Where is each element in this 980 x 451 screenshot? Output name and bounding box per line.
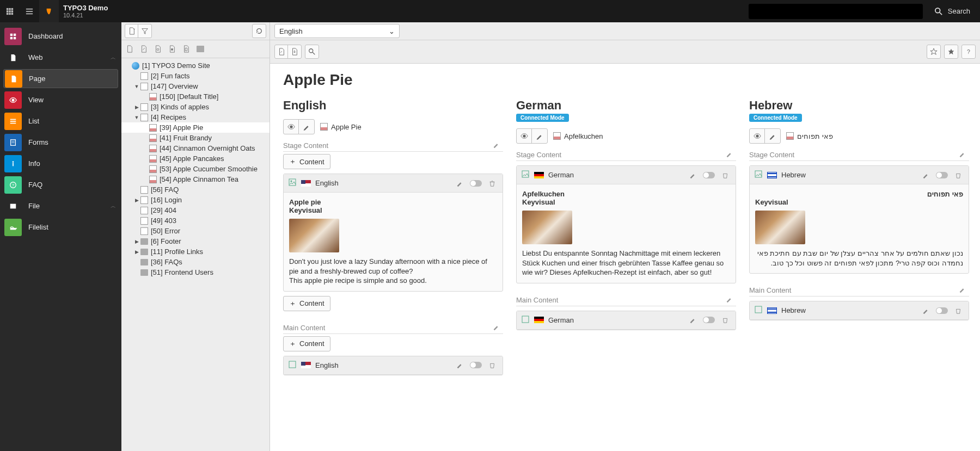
delete-content-icon[interactable] — [486, 359, 498, 371]
tree-toggle-icon[interactable]: ▶ — [133, 249, 140, 255]
toggle-content-icon[interactable] — [703, 169, 715, 181]
view-page-button[interactable] — [750, 129, 765, 143]
module-dashboard[interactable]: Dashboard — [0, 26, 121, 47]
edit-content-icon[interactable] — [920, 169, 932, 181]
tree-node[interactable]: [50] Error — [121, 226, 270, 236]
edit-column-icon[interactable] — [492, 141, 503, 150]
toggle-content-icon[interactable] — [470, 359, 482, 371]
tree-toggle-icon[interactable]: ▼ — [133, 115, 140, 120]
module-group-web[interactable]: Web ︿ — [0, 47, 121, 68]
module-forms[interactable]: Forms — [0, 132, 121, 153]
doctype-standard-icon[interactable] — [125, 44, 134, 54]
tree-node[interactable]: [1] TYPO3 Demo Site — [121, 60, 270, 71]
edit-page-props-button[interactable] — [532, 129, 547, 143]
doctype-shortcut-icon[interactable] — [139, 44, 149, 54]
content-element[interactable]: Hebrew — [749, 301, 969, 320]
toggle-content-icon[interactable] — [936, 305, 948, 317]
section-stage-label: Stage Content — [749, 151, 958, 159]
tree-node[interactable]: [45] Apple Pancakes — [121, 153, 270, 164]
edit-column-icon[interactable] — [725, 150, 736, 159]
edit-page-button[interactable] — [275, 45, 288, 58]
edit-content-icon[interactable] — [920, 305, 932, 317]
tree-toggle-icon[interactable]: ▶ — [133, 104, 140, 110]
tree-node[interactable]: [49] 403 — [121, 215, 270, 226]
doctype-folder-icon[interactable] — [195, 44, 205, 54]
edit-column-icon[interactable] — [958, 286, 969, 295]
edit-content-icon[interactable] — [687, 314, 699, 326]
tree-node[interactable]: [53] Apple Cucumber Smoothie — [121, 164, 270, 174]
tree-node[interactable]: [29] 404 — [121, 205, 270, 215]
add-content-button[interactable]: ＋Content — [283, 154, 330, 169]
content-element[interactable]: German Apfelkuchen Keyvisual Liebst Du e… — [516, 165, 736, 283]
tree-node[interactable]: [51] Frontend Users — [121, 267, 270, 277]
tree-toggle-icon[interactable]: ▼ — [133, 84, 140, 89]
content-scroll[interactable]: Apple Pie English Apple Pie Stage Conten… — [270, 64, 980, 451]
tree-node[interactable]: [36] FAQs — [121, 257, 270, 267]
tree-node[interactable]: ▼[147] Overview — [121, 81, 270, 91]
doctype-spacer-icon[interactable] — [167, 44, 177, 54]
add-content-button[interactable]: ＋Content — [283, 296, 330, 311]
doctype-sysfolder-icon[interactable] — [181, 44, 191, 54]
edit-column-icon[interactable] — [958, 150, 969, 159]
app-switcher-icon[interactable] — [0, 0, 20, 22]
bookmark-dropdown[interactable] — [749, 4, 923, 19]
module-filelist[interactable]: Filelist — [0, 217, 121, 238]
help-button[interactable]: ? — [962, 45, 975, 58]
toggle-content-icon[interactable] — [703, 314, 715, 326]
export-page-button[interactable] — [288, 45, 301, 58]
toggle-content-icon[interactable] — [936, 169, 948, 181]
bookmark-button[interactable] — [945, 45, 958, 58]
tree-node[interactable]: ▼[4] Recipes — [121, 112, 270, 122]
delete-content-icon[interactable] — [952, 305, 964, 317]
doctype-link-icon[interactable] — [153, 44, 163, 54]
tree-node[interactable]: [44] Cinnamon Overnight Oats — [121, 143, 270, 153]
view-page-button[interactable] — [284, 120, 299, 134]
delete-content-icon[interactable] — [719, 169, 731, 181]
language-selector[interactable]: English ⌄ — [274, 24, 400, 38]
tree-node[interactable]: ▶[6] Footer — [121, 236, 270, 246]
module-page[interactable]: Page — [3, 69, 118, 88]
edit-content-icon[interactable] — [687, 169, 699, 181]
edit-content-icon[interactable] — [454, 177, 465, 189]
module-info[interactable]: Info — [0, 153, 121, 174]
typo3-logo-icon[interactable] — [39, 0, 59, 22]
view-page-button[interactable] — [517, 129, 532, 143]
page-tree[interactable]: [1] TYPO3 Demo Site[2] Fun facts▼[147] O… — [121, 58, 270, 451]
tree-node[interactable]: ▶[11] Profile Links — [121, 246, 270, 257]
delete-content-icon[interactable] — [486, 177, 498, 189]
refresh-tree-button[interactable] — [253, 24, 266, 38]
filter-button[interactable] — [138, 24, 151, 38]
module-view[interactable]: View — [0, 89, 121, 110]
cache-clear-button[interactable] — [927, 45, 940, 58]
tree-node[interactable]: [41] Fruit Brandy — [121, 133, 270, 143]
edit-content-icon[interactable] — [454, 359, 465, 371]
edit-column-icon[interactable] — [492, 323, 503, 332]
delete-content-icon[interactable] — [952, 169, 964, 181]
edit-column-icon[interactable] — [725, 295, 736, 305]
tree-toggle-icon[interactable]: ▶ — [133, 239, 140, 244]
content-element[interactable]: Hebrew פאי תפוחים Keyvisual נכון שאתם חו… — [749, 165, 969, 274]
content-element[interactable]: English — [283, 356, 503, 375]
module-list-icon[interactable] — [20, 0, 39, 22]
toggle-content-icon[interactable] — [470, 177, 482, 189]
tree-toggle-icon[interactable]: ▶ — [133, 197, 140, 203]
tree-node[interactable]: [150] [Default Title] — [121, 91, 270, 102]
edit-page-props-button[interactable] — [299, 120, 314, 134]
module-faq[interactable]: ? FAQ — [0, 174, 121, 195]
module-group-file[interactable]: File ︿ — [0, 195, 121, 217]
tree-node[interactable]: ▶[16] Login — [121, 195, 270, 205]
edit-page-props-button[interactable] — [765, 129, 780, 143]
tree-node[interactable]: [56] FAQ — [121, 184, 270, 195]
tree-node[interactable]: [39] Apple Pie — [121, 122, 270, 133]
delete-content-icon[interactable] — [719, 314, 731, 326]
new-page-button[interactable]: + — [125, 24, 138, 38]
topbar-search[interactable]: Search — [929, 7, 980, 15]
tree-node[interactable]: ▶[3] Kinds of apples — [121, 102, 270, 112]
search-content-button[interactable] — [305, 45, 318, 58]
module-list[interactable]: List — [0, 110, 121, 132]
tree-node[interactable]: [2] Fun facts — [121, 71, 270, 81]
add-content-button[interactable]: ＋Content — [283, 336, 330, 351]
content-element[interactable]: English Apple pie Keyvisual Don't you ju… — [283, 174, 503, 292]
content-element[interactable]: German — [516, 311, 736, 330]
tree-node[interactable]: [54] Apple Cinnamon Tea — [121, 174, 270, 184]
